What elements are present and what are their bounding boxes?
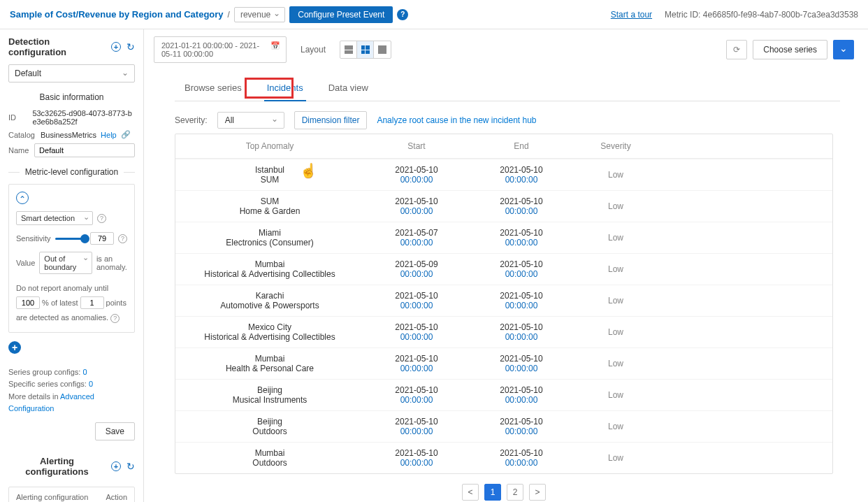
end-time: 00:00:00 xyxy=(469,364,574,373)
table-head: Top Anomaly Start End Severity xyxy=(175,134,832,159)
collapse-icon[interactable] xyxy=(16,192,29,204)
end-date: 2021-05-10 xyxy=(469,385,574,395)
incident-filter-row: Severity: All Dimension filter Analyze r… xyxy=(175,111,854,129)
method-help-icon[interactable]: ? xyxy=(97,214,106,223)
config-select[interactable]: Default xyxy=(8,64,135,83)
dnr-help-icon[interactable]: ? xyxy=(110,314,120,323)
layout-single-icon[interactable] xyxy=(374,41,391,58)
choose-series-dropdown[interactable] xyxy=(833,40,854,59)
metric-level-card: Smart detection ? Sensitivity ? Value Ou… xyxy=(8,184,135,333)
table-row[interactable]: KarachiAutomotive & Powersports2021-05-1… xyxy=(175,285,832,316)
alerting-history-icon[interactable] xyxy=(126,461,135,472)
metric-level-heading: Metric-level configuration xyxy=(25,167,118,177)
start-time: 00:00:00 xyxy=(364,426,469,436)
table-row[interactable]: MiamiElectronics (Consumer)2021-05-0700:… xyxy=(175,222,832,253)
sensitivity-help-icon[interactable]: ? xyxy=(118,234,127,243)
analyze-root-cause-link[interactable]: Analyze root cause in the new incident h… xyxy=(377,115,536,125)
add-detection-config-icon[interactable]: + xyxy=(111,42,121,52)
table-row[interactable]: Mexico CityHistorical & Advertising Coll… xyxy=(175,316,832,347)
date-range-picker[interactable]: 2021-01-21 00:00:00 - 2021-05-11 00:00:0… xyxy=(154,36,287,63)
tab-browse-series[interactable]: Browse series xyxy=(182,76,245,101)
layout-grid-icon[interactable] xyxy=(357,41,374,58)
metric-dimension-select[interactable]: revenue xyxy=(234,7,285,22)
page-2[interactable]: 2 xyxy=(507,484,523,501)
severity-value: Low xyxy=(574,453,658,463)
sensitivity-slider[interactable] xyxy=(55,238,86,240)
anomaly-line1: SUM xyxy=(175,196,364,206)
value-boundary-select[interactable]: Out of boundary xyxy=(39,252,92,274)
table-row[interactable]: BeijingMusical Instruments2021-05-1000:0… xyxy=(175,379,832,410)
end-time: 00:00:00 xyxy=(469,175,574,185)
catalog-help-link[interactable]: Help xyxy=(101,131,117,139)
anomaly-line2: Outdoors xyxy=(175,458,364,468)
start-time: 00:00:00 xyxy=(364,364,469,373)
pagination: < 1 2 > xyxy=(154,484,854,501)
start-date: 2021-05-10 xyxy=(364,196,469,206)
specific-series-count-link[interactable]: 0 xyxy=(89,380,93,388)
main-content: 2021-01-21 00:00:00 - 2021-05-11 00:00:0… xyxy=(144,29,868,502)
help-icon[interactable]: ? xyxy=(397,9,408,20)
add-alerting-config-icon[interactable]: + xyxy=(111,461,121,471)
page-1[interactable]: 1 xyxy=(484,484,501,501)
severity-value: Low xyxy=(574,201,658,211)
start-date: 2021-05-10 xyxy=(364,448,469,458)
layout-vertical-icon[interactable] xyxy=(340,41,357,58)
link-icon: 🔗 xyxy=(121,130,131,139)
tab-incidents[interactable]: Incidents xyxy=(264,76,306,101)
start-tour-link[interactable]: Start a tour xyxy=(611,10,652,20)
start-date: 2021-05-09 xyxy=(364,259,469,269)
anomaly-line2: SUM xyxy=(175,175,364,185)
choose-series-button[interactable]: Choose series xyxy=(753,40,827,59)
table-row[interactable]: MumbaiHistorical & Advertising Collectib… xyxy=(175,253,832,285)
value-suffix: is an anomaly. xyxy=(96,254,127,271)
header-left: Sample of Cost/Revenue by Region and Cat… xyxy=(10,6,408,23)
start-date: 2021-05-10 xyxy=(364,165,469,175)
refresh-button[interactable]: ⟳ xyxy=(726,40,747,59)
end-date: 2021-05-10 xyxy=(469,322,574,332)
tab-data-view[interactable]: Data view xyxy=(326,76,371,101)
end-date: 2021-05-10 xyxy=(469,417,574,426)
start-time: 00:00:00 xyxy=(364,206,469,216)
sidebar: Detection configuration + Default Basic … xyxy=(0,29,144,502)
severity-filter-select[interactable]: All xyxy=(217,112,284,129)
history-icon[interactable] xyxy=(126,41,135,52)
page-next[interactable]: > xyxy=(529,484,546,501)
anomaly-line2: Health & Personal Care xyxy=(175,364,364,373)
do-not-report-text: Do not report anomaly until % of latest … xyxy=(16,281,127,325)
table-row[interactable]: MumbaiOutdoors2021-05-1000:00:002021-05-… xyxy=(175,442,832,473)
severity-value: Low xyxy=(574,422,658,431)
end-date: 2021-05-10 xyxy=(469,196,574,206)
table-row[interactable]: MumbaiHealth & Personal Care2021-05-1000… xyxy=(175,347,832,379)
start-date: 2021-05-10 xyxy=(364,385,469,395)
save-button[interactable]: Save xyxy=(95,422,135,440)
dnr-percent-input[interactable] xyxy=(16,296,40,309)
add-condition-button[interactable]: + xyxy=(8,341,21,354)
table-row[interactable]: SUMHome & Garden2021-05-1000:00:002021-0… xyxy=(175,190,832,222)
severity-value: Low xyxy=(574,233,658,243)
end-time: 00:00:00 xyxy=(469,458,574,468)
page-prev[interactable]: < xyxy=(462,484,479,501)
config-name-input[interactable] xyxy=(34,143,135,157)
detection-method-select[interactable]: Smart detection xyxy=(16,211,93,225)
end-time: 00:00:00 xyxy=(469,238,574,248)
end-time: 00:00:00 xyxy=(469,395,574,405)
end-time: 00:00:00 xyxy=(469,426,574,436)
severity-value: Low xyxy=(574,327,658,337)
end-date: 2021-05-10 xyxy=(469,259,574,269)
table-row[interactable]: BeijingOutdoors2021-05-1000:00:002021-05… xyxy=(175,410,832,442)
dimension-filter-button[interactable]: Dimension filter xyxy=(294,111,368,129)
name-label: Name xyxy=(8,146,30,155)
anomaly-line2: Home & Garden xyxy=(175,206,364,216)
page-title-link[interactable]: Sample of Cost/Revenue by Region and Cat… xyxy=(10,9,224,20)
id-label: ID xyxy=(8,113,28,122)
table-row[interactable]: IstanbulSUM2021-05-1000:00:002021-05-100… xyxy=(175,159,832,190)
anomaly-line2: Automotive & Powersports xyxy=(175,301,364,310)
incidents-table: Top Anomaly Start End Severity IstanbulS… xyxy=(175,134,833,474)
series-group-count-link[interactable]: 0 xyxy=(82,368,87,376)
severity-value: Low xyxy=(574,390,658,400)
configure-preset-event-button[interactable]: Configure Preset Event xyxy=(289,6,393,23)
layout-label: Layout xyxy=(301,45,326,55)
sensitivity-value-input[interactable] xyxy=(90,232,114,245)
catalog-label: Catalog xyxy=(8,131,36,139)
dnr-points-input[interactable] xyxy=(80,296,104,309)
